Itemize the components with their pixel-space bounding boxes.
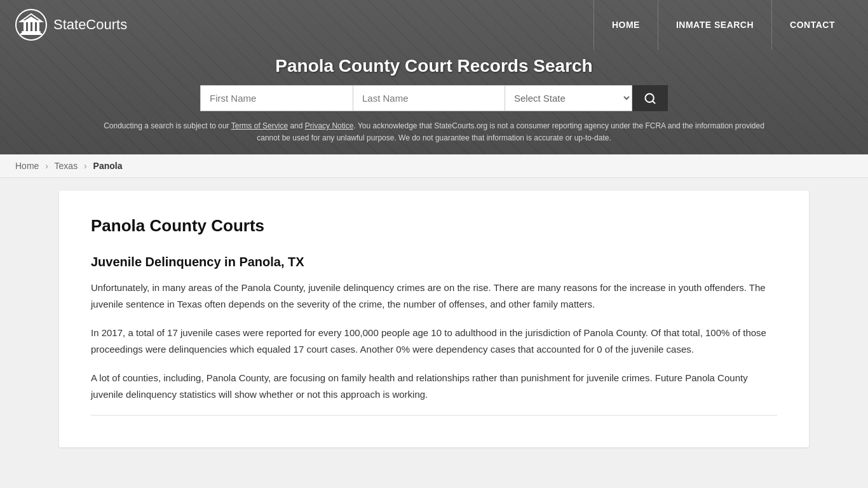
content-card: Panola County Courts Juvenile Delinquenc… xyxy=(59,191,809,447)
svg-rect-9 xyxy=(22,20,41,22)
first-name-input[interactable] xyxy=(200,85,353,111)
state-select[interactable]: Select State Alabama Alaska Texas xyxy=(505,85,632,111)
breadcrumb-state[interactable]: Texas xyxy=(55,161,78,171)
main-wrapper: Panola County Courts Juvenile Delinquenc… xyxy=(0,178,868,460)
site-header: StateCourts HOME INMATE SEARCH CONTACT P… xyxy=(0,0,868,154)
svg-rect-6 xyxy=(37,22,39,31)
svg-rect-1 xyxy=(22,31,41,33)
svg-rect-3 xyxy=(24,22,26,31)
content-divider xyxy=(91,415,777,416)
privacy-link[interactable]: Privacy Notice xyxy=(305,121,354,130)
svg-rect-4 xyxy=(28,22,31,31)
breadcrumb-sep-1: › xyxy=(45,161,48,171)
svg-line-11 xyxy=(653,100,655,103)
county-courts-title: Panola County Courts xyxy=(91,216,777,236)
breadcrumb-current: Panola xyxy=(93,161,123,171)
breadcrumb: Home › Texas › Panola xyxy=(0,154,868,178)
navbar: StateCourts HOME INMATE SEARCH CONTACT xyxy=(0,0,868,50)
logo-text: StateCourts xyxy=(53,17,127,33)
nav-inmate-search[interactable]: INMATE SEARCH xyxy=(658,0,771,50)
logo-icon xyxy=(15,9,47,41)
site-name: StateCourts xyxy=(53,17,127,32)
svg-rect-5 xyxy=(32,22,35,31)
nav-links: HOME INMATE SEARCH CONTACT xyxy=(593,0,853,50)
svg-rect-2 xyxy=(20,33,42,35)
breadcrumb-sep-2: › xyxy=(84,161,87,171)
nav-contact[interactable]: CONTACT xyxy=(771,0,853,50)
last-name-input[interactable] xyxy=(353,85,505,111)
content-para-1: Unfortunately, in many areas of the Pano… xyxy=(91,280,777,312)
nav-home[interactable]: HOME xyxy=(593,0,658,50)
section1-title: Juvenile Delinquency in Panola, TX xyxy=(91,255,777,269)
logo-link[interactable]: StateCourts xyxy=(15,9,127,41)
search-section: Panola County Court Records Search Selec… xyxy=(0,50,868,154)
disclaimer-text: Conducting a search is subject to our Te… xyxy=(85,120,783,144)
terms-link[interactable]: Terms of Service xyxy=(231,121,288,130)
content-para-2: In 2017, a total of 17 juvenile cases we… xyxy=(91,325,777,357)
breadcrumb-home[interactable]: Home xyxy=(15,161,39,171)
page-title: Panola County Court Records Search xyxy=(13,56,855,76)
header-content: StateCourts HOME INMATE SEARCH CONTACT P… xyxy=(0,0,868,154)
search-icon xyxy=(644,92,656,105)
content-para-3: A lot of counties, including, Panola Cou… xyxy=(91,370,777,402)
search-button[interactable] xyxy=(632,85,668,111)
search-bar: Select State Alabama Alaska Texas xyxy=(13,85,855,111)
